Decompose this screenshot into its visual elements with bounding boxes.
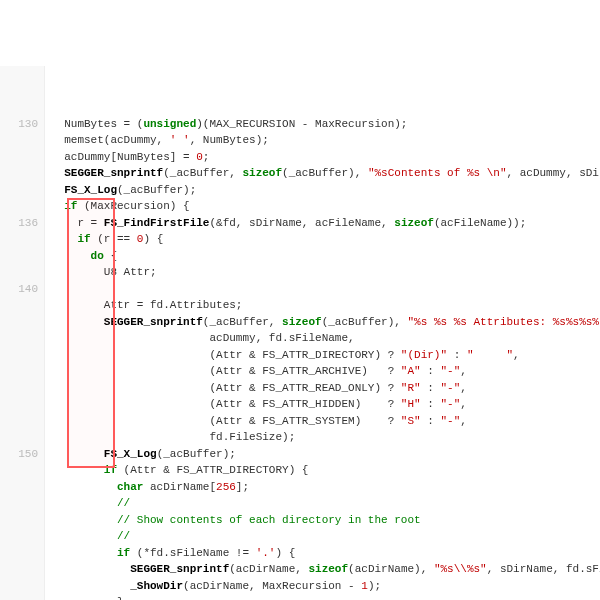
code-line[interactable]: memset(acDummy, ' ', NumBytes);	[51, 132, 600, 149]
line-number	[0, 561, 38, 578]
line-number: 130	[0, 116, 38, 133]
line-number: 140	[0, 281, 38, 298]
code-line[interactable]: FS_X_Log(_acBuffer);	[51, 446, 600, 463]
code-line[interactable]: // Show contents of each directory in th…	[51, 512, 600, 529]
line-number	[0, 495, 38, 512]
line-number	[0, 578, 38, 595]
code-line[interactable]: (Attr & FS_ATTR_ARCHIVE) ? "A" : "-",	[51, 363, 600, 380]
code-line[interactable]: acDummy[NumBytes] = 0;	[51, 149, 600, 166]
code-line[interactable]: char acDirName[256];	[51, 479, 600, 496]
line-number	[0, 248, 38, 265]
line-number-gutter: 130136140150160170	[0, 66, 45, 600]
line-number	[0, 149, 38, 166]
line-number	[0, 66, 38, 83]
line-number	[0, 413, 38, 430]
code-line[interactable]: _ShowDir(acDirName, MaxRecursion - 1);	[51, 578, 600, 595]
code-line[interactable]: if (Attr & FS_ATTR_DIRECTORY) {	[51, 462, 600, 479]
code-line[interactable]: FS_X_Log(_acBuffer);	[51, 182, 600, 199]
code-line[interactable]: SEGGER_snprintf(_acBuffer, sizeof(_acBuf…	[51, 165, 600, 182]
line-number	[0, 198, 38, 215]
code-line[interactable]: SEGGER_snprintf(acDirName, sizeof(acDirN…	[51, 561, 600, 578]
line-number	[0, 314, 38, 331]
code-line[interactable]: Attr = fd.Attributes;	[51, 297, 600, 314]
code-line[interactable]: //	[51, 528, 600, 545]
line-number	[0, 380, 38, 397]
line-number: 136	[0, 215, 38, 232]
code-editor: 130136140150160170 NumBytes = (unsigned)…	[0, 66, 600, 600]
line-number	[0, 83, 38, 100]
code-line[interactable]: r = FS_FindFirstFile(&fd, sDirName, acFi…	[51, 215, 600, 232]
code-area[interactable]: NumBytes = (unsigned)(MAX_RECURSION - Ma…	[45, 66, 600, 600]
line-number	[0, 545, 38, 562]
code-line[interactable]: do {	[51, 248, 600, 265]
line-number	[0, 479, 38, 496]
line-number	[0, 528, 38, 545]
code-line[interactable]: if (MaxRecursion) {	[51, 198, 600, 215]
line-number	[0, 396, 38, 413]
line-number	[0, 264, 38, 281]
line-number	[0, 512, 38, 529]
code-line[interactable]: (Attr & FS_ATTR_READ_ONLY) ? "R" : "-",	[51, 380, 600, 397]
line-number	[0, 330, 38, 347]
code-line[interactable]: (Attr & FS_ATTR_SYSTEM) ? "S" : "-",	[51, 413, 600, 430]
line-number	[0, 347, 38, 364]
line-number	[0, 165, 38, 182]
code-line[interactable]: (Attr & FS_ATTR_DIRECTORY) ? "(Dir)" : "…	[51, 347, 600, 364]
code-line[interactable]: (Attr & FS_ATTR_HIDDEN) ? "H" : "-",	[51, 396, 600, 413]
line-number	[0, 363, 38, 380]
code-line[interactable]: }	[51, 594, 600, 600]
code-line[interactable]: U8 Attr;	[51, 264, 600, 281]
code-line[interactable]: if (r == 0) {	[51, 231, 600, 248]
code-line[interactable]: acDummy, fd.sFileName,	[51, 330, 600, 347]
code-line[interactable]: if (*fd.sFileName != '.') {	[51, 545, 600, 562]
line-number	[0, 462, 38, 479]
line-number	[0, 594, 38, 600]
line-number: 150	[0, 446, 38, 463]
line-number	[0, 182, 38, 199]
code-line[interactable]: SEGGER_snprintf(_acBuffer, sizeof(_acBuf…	[51, 314, 600, 331]
line-number	[0, 297, 38, 314]
line-number	[0, 132, 38, 149]
line-number	[0, 429, 38, 446]
line-number	[0, 231, 38, 248]
code-line[interactable]	[51, 281, 600, 298]
code-line[interactable]: fd.FileSize);	[51, 429, 600, 446]
line-number	[0, 99, 38, 116]
code-line[interactable]: //	[51, 495, 600, 512]
code-line[interactable]: NumBytes = (unsigned)(MAX_RECURSION - Ma…	[51, 116, 600, 133]
